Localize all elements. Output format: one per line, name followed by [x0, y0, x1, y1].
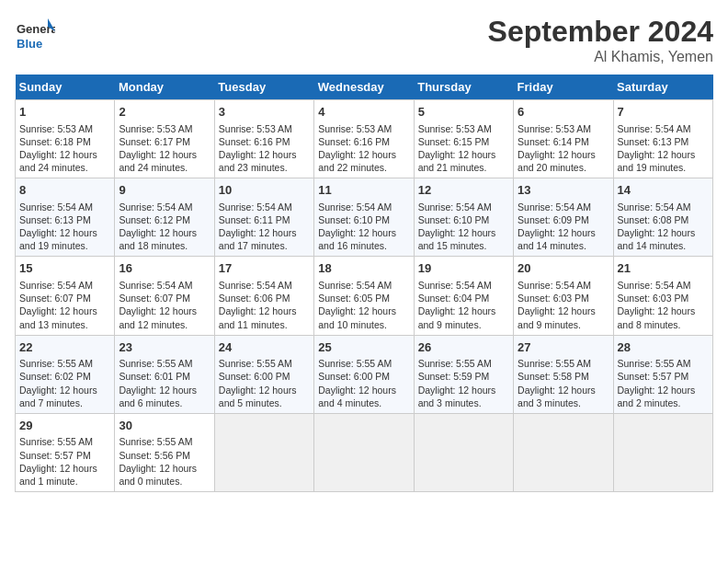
day-info: and 22 minutes.: [318, 162, 387, 173]
calendar-cell: 24Sunrise: 5:55 AMSunset: 6:00 PMDayligh…: [214, 335, 313, 413]
day-info: Sunset: 6:05 PM: [318, 293, 390, 304]
calendar-week-row: 29Sunrise: 5:55 AMSunset: 5:57 PMDayligh…: [16, 413, 713, 491]
day-info: Sunset: 6:16 PM: [219, 136, 290, 147]
day-info: Sunrise: 5:55 AM: [518, 358, 591, 369]
day-info: Daylight: 12 hours: [219, 385, 297, 396]
day-number: 1: [19, 104, 110, 121]
calendar-cell: 7Sunrise: 5:54 AMSunset: 6:13 PMDaylight…: [613, 100, 712, 178]
logo: General Blue: [15, 15, 55, 55]
day-number: 25: [318, 339, 409, 356]
day-info: Daylight: 12 hours: [518, 227, 596, 238]
day-info: Daylight: 12 hours: [119, 227, 197, 238]
day-number: 16: [119, 260, 210, 277]
day-info: Sunset: 5:57 PM: [19, 450, 91, 461]
location-title: Al Khamis, Yemen: [488, 49, 713, 65]
day-number: 28: [618, 339, 709, 356]
calendar-week-row: 15Sunrise: 5:54 AMSunset: 6:07 PMDayligh…: [16, 257, 713, 335]
day-number: 2: [119, 104, 210, 121]
day-info: Sunrise: 5:55 AM: [119, 436, 192, 447]
day-info: Sunrise: 5:55 AM: [219, 358, 292, 369]
day-info: and 7 minutes.: [19, 397, 83, 408]
day-number: 17: [219, 260, 310, 277]
day-number: 27: [518, 339, 609, 356]
day-info: Sunrise: 5:54 AM: [618, 201, 691, 213]
calendar-cell: 6Sunrise: 5:53 AMSunset: 6:14 PMDaylight…: [514, 100, 613, 178]
day-info: Daylight: 12 hours: [219, 227, 297, 238]
weekday-header-tuesday: Tuesday: [214, 75, 313, 100]
day-number: 13: [518, 182, 609, 199]
calendar-week-row: 1Sunrise: 5:53 AMSunset: 6:18 PMDaylight…: [16, 100, 713, 178]
day-info: Sunrise: 5:54 AM: [119, 201, 192, 213]
day-number: 8: [19, 182, 110, 199]
day-info: Daylight: 12 hours: [19, 149, 97, 160]
day-info: and 5 minutes.: [219, 397, 282, 408]
day-number: 11: [318, 182, 409, 199]
day-number: 18: [318, 260, 409, 277]
calendar-cell: 20Sunrise: 5:54 AMSunset: 6:03 PMDayligh…: [514, 257, 613, 335]
month-title: September 2024: [488, 15, 713, 49]
day-info: Sunrise: 5:53 AM: [518, 123, 591, 134]
day-number: 23: [119, 339, 210, 356]
day-info: Sunset: 5:58 PM: [518, 371, 589, 382]
day-info: and 19 minutes.: [19, 240, 88, 251]
day-info: Sunset: 6:04 PM: [418, 293, 490, 304]
day-number: 3: [219, 104, 310, 121]
day-info: Daylight: 12 hours: [418, 385, 496, 396]
calendar-cell: 29Sunrise: 5:55 AMSunset: 5:57 PMDayligh…: [16, 413, 115, 491]
weekday-header-wednesday: Wednesday: [314, 75, 414, 100]
day-info: Daylight: 12 hours: [19, 385, 97, 396]
day-info: and 4 minutes.: [318, 397, 381, 408]
day-number: 4: [318, 104, 409, 121]
day-info: Sunrise: 5:53 AM: [119, 123, 192, 134]
day-number: 26: [418, 339, 509, 356]
day-info: Sunset: 6:07 PM: [119, 293, 190, 304]
day-info: and 8 minutes.: [618, 319, 681, 330]
day-info: Sunset: 6:14 PM: [518, 136, 589, 147]
day-info: and 1 minute.: [19, 476, 78, 487]
day-info: Sunset: 6:00 PM: [318, 371, 390, 382]
day-info: Sunrise: 5:53 AM: [418, 123, 492, 134]
day-number: 7: [618, 104, 709, 121]
calendar-cell: 14Sunrise: 5:54 AMSunset: 6:08 PMDayligh…: [613, 178, 712, 257]
day-info: Sunrise: 5:54 AM: [318, 280, 392, 291]
day-info: Daylight: 12 hours: [618, 385, 696, 396]
day-info: Daylight: 12 hours: [318, 385, 396, 396]
day-info: Sunset: 6:03 PM: [618, 293, 689, 304]
day-info: and 21 minutes.: [418, 162, 487, 173]
day-info: Sunrise: 5:55 AM: [418, 358, 492, 369]
day-info: and 24 minutes.: [119, 162, 188, 173]
calendar-cell: 10Sunrise: 5:54 AMSunset: 6:11 PMDayligh…: [214, 178, 313, 257]
calendar-cell: 4Sunrise: 5:53 AMSunset: 6:16 PMDaylight…: [314, 100, 414, 178]
day-info: Sunrise: 5:54 AM: [518, 280, 591, 291]
day-info: Sunrise: 5:54 AM: [418, 201, 492, 213]
day-info: Sunset: 6:01 PM: [119, 371, 190, 382]
day-info: Sunset: 6:12 PM: [119, 214, 190, 225]
day-info: Daylight: 12 hours: [119, 305, 197, 316]
calendar-cell: 27Sunrise: 5:55 AMSunset: 5:58 PMDayligh…: [514, 335, 613, 413]
day-info: Sunset: 5:57 PM: [618, 371, 689, 382]
day-number: 14: [618, 182, 709, 199]
calendar-cell: 30Sunrise: 5:55 AMSunset: 5:56 PMDayligh…: [115, 413, 214, 491]
day-info: and 18 minutes.: [119, 240, 188, 251]
calendar-cell: 21Sunrise: 5:54 AMSunset: 6:03 PMDayligh…: [613, 257, 712, 335]
weekday-header-thursday: Thursday: [414, 75, 513, 100]
day-info: Sunset: 6:06 PM: [219, 293, 290, 304]
day-info: Daylight: 12 hours: [19, 227, 97, 238]
day-info: and 9 minutes.: [518, 319, 581, 330]
day-info: Sunset: 6:13 PM: [19, 214, 91, 225]
day-info: Daylight: 12 hours: [418, 227, 496, 238]
day-info: and 12 minutes.: [119, 319, 188, 330]
day-info: Sunrise: 5:54 AM: [19, 280, 93, 291]
calendar-cell: [314, 413, 414, 491]
day-info: and 19 minutes.: [618, 162, 687, 173]
day-info: Sunrise: 5:54 AM: [219, 201, 292, 213]
day-info: and 6 minutes.: [119, 397, 182, 408]
day-info: and 2 minutes.: [618, 397, 681, 408]
day-info: Daylight: 12 hours: [119, 385, 197, 396]
day-info: Sunset: 6:10 PM: [418, 214, 490, 225]
day-info: Daylight: 12 hours: [318, 305, 396, 316]
calendar-cell: 28Sunrise: 5:55 AMSunset: 5:57 PMDayligh…: [613, 335, 712, 413]
day-info: Daylight: 12 hours: [618, 227, 696, 238]
day-info: Sunset: 6:17 PM: [119, 136, 190, 147]
calendar-cell: 5Sunrise: 5:53 AMSunset: 6:15 PMDaylight…: [414, 100, 513, 178]
